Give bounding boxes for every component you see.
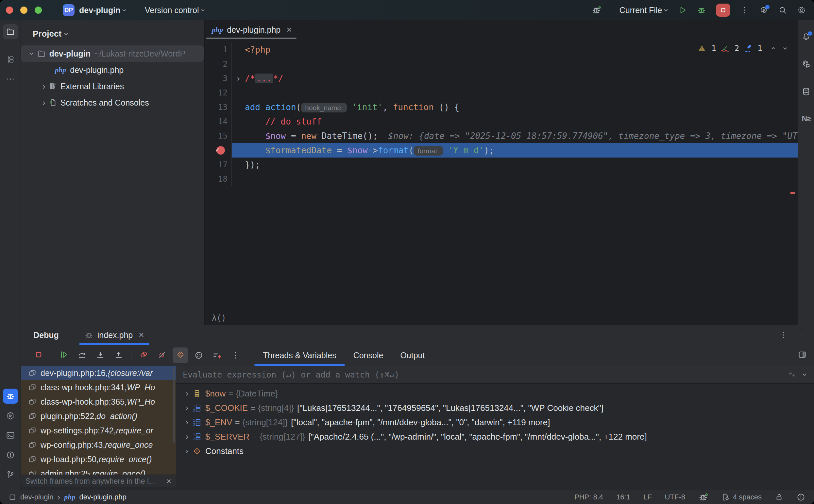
hide-panel-icon[interactable]	[796, 330, 806, 340]
debug-tab-threads-variables[interactable]: Threads & Variables	[254, 345, 345, 366]
gutter-line-18[interactable]: 18	[205, 172, 232, 186]
mute-breakpoints-button[interactable]	[154, 347, 170, 363]
gutter-line-1[interactable]: 1	[205, 42, 232, 57]
more-kebab-icon[interactable]	[779, 330, 788, 340]
ai-assistant-button[interactable]	[759, 6, 768, 15]
step-over-button[interactable]	[74, 347, 90, 363]
code-line-13[interactable]: 13add_action(hook_name: 'init', function…	[205, 100, 798, 114]
resume-program-button[interactable]	[56, 347, 72, 363]
close-icon[interactable]: ×	[163, 476, 171, 486]
database-tool-button[interactable]	[802, 87, 811, 96]
chevron-down-icon[interactable]: ›	[801, 372, 809, 377]
debug-tab-console[interactable]: Console	[345, 345, 392, 366]
fold-region-icon[interactable]: ›	[232, 71, 245, 86]
gutter-line-17[interactable]: 17	[205, 158, 232, 172]
stop-session-button[interactable]	[31, 347, 46, 363]
more-options-button[interactable]	[740, 6, 749, 15]
editor-tab-dev-plugin-php[interactable]: php dev-plugin.php ×	[205, 25, 298, 39]
project-tool-button[interactable]	[3, 24, 18, 39]
line-ending-widget[interactable]: LF	[643, 493, 652, 501]
terminal-tool-button[interactable]	[3, 428, 18, 443]
version-control-tool-button[interactable]	[3, 467, 18, 482]
php-version-widget[interactable]: PHP: 8.4	[574, 493, 603, 501]
evaluate-expression-input[interactable]: Evaluate expression (↵) or add a watch (…	[176, 366, 814, 384]
unlock-icon[interactable]	[775, 493, 783, 501]
ai-assistant-tool-button[interactable]	[802, 59, 811, 69]
code-line-2[interactable]: 2	[205, 57, 798, 71]
expand-chevron-icon[interactable]: ›	[181, 418, 193, 426]
status-project-name[interactable]: dev-plugin	[20, 493, 54, 501]
code-line-16[interactable]: $formatedDate = $now->format(format: 'Y-…	[205, 143, 798, 158]
code-line-15[interactable]: 15 $now = new DateTime(); $now: {date =>…	[205, 129, 798, 143]
variable-row[interactable]: ›CConstants	[176, 444, 814, 458]
settings-button[interactable]	[797, 6, 806, 15]
layout-settings-icon[interactable]	[798, 350, 807, 359]
debug-tab-output[interactable]: Output	[392, 345, 433, 366]
search-everywhere-button[interactable]	[778, 6, 787, 15]
chevron-down-icon[interactable]: ›	[781, 46, 790, 51]
frame-row[interactable]: dev-plugin.php:16, {closure:/var	[21, 366, 176, 380]
debug-listener-icon[interactable]	[591, 5, 601, 15]
code-line-3[interactable]: 3›/*...*/	[205, 71, 798, 86]
step-into-button[interactable]	[93, 347, 108, 363]
gutter-line-14[interactable]: 14	[205, 114, 232, 129]
expand-chevron-icon[interactable]: ›	[181, 404, 193, 412]
indent-widget[interactable]: 4 spaces	[721, 493, 762, 501]
run-button[interactable]	[678, 6, 687, 15]
view-breakpoints-button[interactable]	[136, 347, 152, 363]
status-file-name[interactable]: dev-plugin.php	[79, 493, 126, 501]
tree-file-dev-plugin-php[interactable]: php dev-plugin.php	[21, 62, 204, 78]
project-menu[interactable]: dev-plugin ›	[79, 6, 127, 15]
gutter-line-13[interactable]: 13	[205, 100, 232, 114]
code-line-17[interactable]: 17});	[205, 158, 798, 172]
project-panel-header[interactable]: Project ›	[21, 20, 204, 45]
frame-row[interactable]: class-wp-hook.php:341, WP_Ho	[21, 380, 176, 395]
services-tool-button[interactable]	[3, 408, 18, 423]
minimize-window-button[interactable]	[20, 7, 27, 14]
show-constants-toggle[interactable]: C	[173, 347, 188, 363]
code-line-12[interactable]: 12	[205, 86, 798, 100]
add-watch-button[interactable]	[209, 347, 225, 363]
inline-watch-icon[interactable]	[787, 370, 796, 379]
version-control-menu[interactable]: Version control ›	[145, 6, 205, 15]
close-icon[interactable]: ×	[286, 25, 292, 35]
stop-button[interactable]	[716, 4, 730, 17]
variable-row[interactable]: ›$now={DateTime}	[176, 386, 814, 401]
breadcrumbs-bar[interactable]: λ()	[205, 311, 798, 325]
gutter-line-16[interactable]	[205, 143, 232, 158]
debug-button[interactable]	[697, 6, 706, 15]
frame-row[interactable]: plugin.php:522, do_action()	[21, 409, 176, 423]
frame-row[interactable]: wp-load.php:50, require_once()	[21, 452, 176, 466]
problems-tool-button[interactable]	[3, 447, 18, 462]
code-line-18[interactable]: 18	[205, 172, 798, 186]
gutter-line-12[interactable]: 12	[205, 86, 232, 100]
zoom-window-button[interactable]	[35, 7, 42, 14]
frame-row[interactable]: wp-settings.php:742, require_or	[21, 423, 176, 438]
debug-listener-icon[interactable]	[698, 492, 708, 502]
step-out-button[interactable]	[111, 347, 127, 363]
variable-row[interactable]: ›12$_ENV={string[124]}["local", "apache-…	[176, 415, 814, 429]
chevron-up-icon[interactable]: ›	[769, 46, 777, 51]
expand-chevron-icon[interactable]: ›	[181, 447, 193, 455]
frame-row[interactable]: class-wp-hook.php:365, WP_Ho	[21, 395, 176, 409]
variable-row[interactable]: ›12$_COOKIE={string[4]}["Lukas|176513244…	[176, 401, 814, 415]
code-editor[interactable]: 1 ✓ 2 1 › › 1<?php23›/*...*/	[205, 39, 798, 311]
threads-view-button[interactable]	[191, 347, 207, 363]
notifications-button[interactable]	[802, 32, 811, 41]
gutter-line-15[interactable]: 15	[205, 129, 232, 143]
breakpoint-icon[interactable]	[216, 146, 225, 155]
structure-tool-button[interactable]	[3, 52, 18, 67]
debug-tool-button[interactable]	[3, 389, 18, 404]
more-options-button[interactable]	[228, 347, 243, 363]
tree-root-dev-plugin[interactable]: › dev-plugin ~/LukasFritzeDev/WordP	[21, 45, 204, 62]
run-configuration-selector[interactable]: Current File ›	[619, 6, 668, 15]
gutter-line-3[interactable]: 3	[205, 71, 232, 86]
frames-scrollbar[interactable]	[173, 368, 175, 443]
expand-chevron-icon[interactable]: ›	[181, 433, 193, 441]
close-window-button[interactable]	[6, 7, 13, 14]
problems-circle-icon[interactable]	[796, 493, 806, 502]
n2-plugin-tool-button[interactable]: N≥	[802, 114, 810, 123]
caret-position-widget[interactable]: 16:1	[616, 493, 630, 501]
frame-row[interactable]: wp-config.php:43, require_once	[21, 438, 176, 452]
more-tools-button[interactable]	[3, 72, 18, 87]
